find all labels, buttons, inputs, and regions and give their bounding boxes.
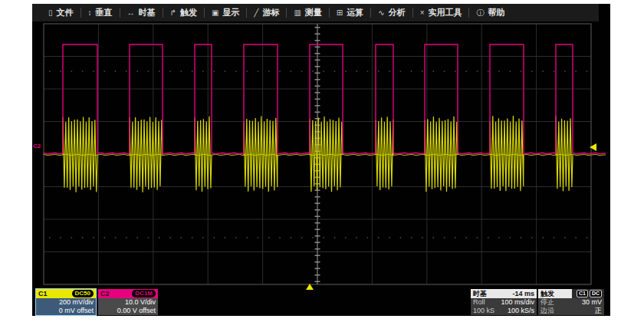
timebase-scale: 100 ms/div	[501, 298, 534, 307]
trigger-type: 边沿	[540, 307, 554, 315]
c1-burst-trace	[376, 117, 393, 190]
timebase-points: 100 kS	[473, 307, 495, 315]
channel-descriptor-c2[interactable]: C2 DC1M 10.0 V/div 0.00 V offset	[98, 289, 158, 315]
trigger-level: 30 mV	[582, 298, 602, 307]
c2-offset: 0.00 V offset	[100, 307, 156, 315]
trigger-status: 停止	[540, 298, 554, 307]
timebase-mode: Roll	[473, 298, 485, 307]
c1-burst-trace	[556, 116, 573, 191]
timebase-delay: -14 ms	[510, 289, 537, 298]
c1-offset: 0 mV offset	[38, 307, 94, 315]
c1-scale: 200 mV/div	[38, 298, 94, 307]
c1-coupling-badge: DC50	[72, 290, 94, 297]
oscilloscope-app: ▯文件↕垂直↔时基↱触发▣显示╱游标▥测量⊞运算∿分析×实用工具ⓘ帮助 C2 C…	[0, 0, 644, 322]
waveform-display: C2	[0, 0, 644, 322]
channel-descriptor-c1[interactable]: C1 DC50 200 mV/div 0 mV offset	[36, 289, 96, 315]
c1-burst-trace	[244, 117, 278, 192]
timebase-title: 时基	[471, 289, 510, 298]
trigger-descriptor[interactable]: 触发 C1 DC 停止 30 mV 边沿 正	[538, 289, 604, 315]
trigger-source-badge: C1	[577, 290, 588, 297]
c2-ground-marker[interactable]: C2	[33, 143, 41, 150]
timebase-samplerate: 100 kS/s	[508, 307, 534, 315]
trigger-coupling-badge: DC	[590, 290, 602, 297]
timebase-descriptor[interactable]: 时基 -14 ms Roll 100 ms/div 100 kS 100 kS/…	[471, 289, 537, 315]
c1-burst-trace	[490, 116, 524, 191]
trigger-title: 触发	[538, 289, 572, 298]
c1-label: C1	[38, 290, 48, 298]
trigger-slope: 正	[595, 307, 602, 315]
c1-burst-trace	[310, 117, 343, 192]
c1-burst-trace	[130, 117, 163, 192]
c2-label: C2	[100, 290, 110, 298]
c2-scale: 10.0 V/div	[100, 298, 156, 307]
c2-coupling-badge: DC1M	[132, 290, 156, 297]
c1-burst-trace	[425, 117, 458, 192]
